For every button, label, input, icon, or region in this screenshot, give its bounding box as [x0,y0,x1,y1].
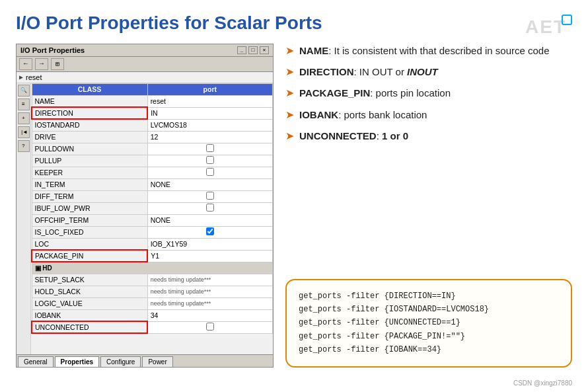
bullet-arrow-5: ➤ [285,129,294,143]
table-row: DIFF_TERM [32,190,273,202]
prop-value-logicvalue: needs timing update*** [147,297,272,309]
panel-title: I/O Port Properties [20,46,85,54]
header-value: port [147,83,272,95]
table-row: IN_TERM NONE [32,178,273,190]
logo-text: AET [525,17,566,38]
bullet-arrow-1: ➤ [285,44,294,58]
pulldown-checkbox[interactable] [206,144,214,152]
prop-name-setupslack: SETUP_SLACK [32,274,147,286]
prop-name-direction: DIRECTION [32,107,147,119]
pullup-checkbox[interactable] [206,156,214,164]
table-row: PULLUP [32,155,273,167]
header-class: CLASS [32,83,147,95]
prop-value-islocfixed[interactable] [147,226,272,238]
io-table-container: CLASS port NAME reset DIRECTION [31,83,273,354]
bullet-arrow-3: ➤ [285,86,294,100]
prop-value-keeper[interactable] [147,167,272,178]
panel-titlebar: I/O Port Properties _ □ ✕ [17,44,273,57]
bullet-text-unconnected: UNCONNECTED: 1 or 0 [299,129,408,143]
tree-label: reset [26,73,42,81]
logo-area: AET [519,12,572,42]
slide-title: I/O Port Properties for Scalar Ports [16,12,572,34]
sidebar-search-icon[interactable]: 🔍 [18,85,30,97]
io-body: 🔍 ≡ + |◀ ? CLASS port [17,83,273,354]
prop-name-pullup: PULLUP [32,155,147,167]
bullet-arrow-2: ➤ [285,65,294,79]
section-hd-label: ▣ HD [32,262,273,274]
bullet-text-iobank: IOBANK: ports bank location [299,108,427,122]
prop-value-interm[interactable]: NONE [147,178,272,190]
code-line-1: get_ports -filter {DIRECTION==IN} [299,290,559,303]
sidebar-add-icon[interactable]: + [18,112,30,124]
table-row: OFFCHIP_TERM NONE [32,214,273,226]
prop-value-direction[interactable]: IN [147,107,272,119]
table-row: DIRECTION IN [32,107,273,119]
bullet-item-direction: ➤ DIRECTION: IN OUT or INOUT [285,65,572,79]
table-row: UNCONNECTED [32,321,273,333]
io-properties-table: CLASS port NAME reset DIRECTION [31,83,273,334]
sidebar-help-icon[interactable]: ? [18,140,30,152]
bullet-item-unconnected: ➤ UNCONNECTED: 1 or 0 [285,129,572,143]
prop-name-interm: IN_TERM [32,178,147,190]
prop-value-name[interactable]: reset [147,95,272,107]
table-header-row: CLASS port [32,83,273,95]
ibuflowpwr-checkbox[interactable] [206,204,214,212]
prop-name-loc: LOC [32,238,147,250]
table-row: SETUP_SLACK needs timing update*** [32,274,273,286]
maximize-button[interactable]: □ [248,46,258,54]
prop-name-name: NAME [32,95,147,107]
prop-name-offchipterm: OFFCHIP_TERM [32,214,147,226]
code-line-5: get_ports -filter {IOBANK==34} [299,343,559,356]
keeper-checkbox[interactable] [206,168,214,176]
prop-value-pulldown[interactable] [147,143,272,155]
toolbar-forward-button[interactable]: → [35,58,48,70]
prop-value-drive[interactable]: 12 [147,131,272,143]
slide-container: I/O Port Properties for Scalar Ports AET… [0,0,588,392]
tab-power[interactable]: Power [142,356,172,367]
tab-configure[interactable]: Configure [100,356,141,367]
prop-name-drive: DRIVE [32,131,147,143]
prop-value-unconnected[interactable] [147,321,272,333]
io-port-panel: I/O Port Properties _ □ ✕ ← → ⊞ ▶ reset [16,44,274,368]
window-controls: _ □ ✕ [237,46,269,54]
code-line-3: get_ports -filter {UNCONNECTED==1} [299,316,559,329]
io-tabs: General Properties Configure Power [17,354,273,367]
right-panel: ➤ NAME: It is consistent with that descr… [285,44,572,368]
prop-value-setupslack: needs timing update*** [147,274,272,286]
table-row: PULLDOWN [32,143,273,155]
prop-value-iostandard[interactable]: LVCMOS18 [147,119,272,131]
code-line-2: get_ports -filter {IOSTANDARD==LVCMOS18} [299,303,559,316]
code-box: get_ports -filter {DIRECTION==IN} get_po… [285,279,572,368]
toolbar-back-button[interactable]: ← [19,58,32,70]
sidebar-nav-icon[interactable]: |◀ [18,126,30,138]
prop-value-packagepin[interactable]: Y1 [147,250,272,262]
bullet-item-iobank: ➤ IOBANK: ports bank location [285,108,572,122]
table-row: DRIVE 12 [32,131,273,143]
prop-name-ibuflowpwr: IBUF_LOW_PWR [32,202,147,214]
table-row: NAME reset [32,95,273,107]
unconnected-checkbox[interactable] [206,323,214,331]
islocfixed-checkbox[interactable] [206,227,214,235]
io-toolbar: ← → ⊞ [17,57,273,72]
prop-value-ibuflowpwr[interactable] [147,202,272,214]
table-section-hd: ▣ HD [32,262,273,274]
prop-value-pullup[interactable] [147,155,272,167]
sidebar-filter-icon[interactable]: ≡ [18,98,30,110]
prop-value-holdslack: needs timing update*** [147,286,272,297]
tab-general[interactable]: General [18,356,54,367]
prop-value-offchipterm[interactable]: NONE [147,214,272,226]
minimize-button[interactable]: _ [237,46,246,54]
prop-name-keeper: KEEPER [32,167,147,178]
close-button[interactable]: ✕ [260,46,269,54]
tab-properties[interactable]: Properties [55,356,99,367]
prop-name-diffterm: DIFF_TERM [32,190,147,202]
prop-value-diffterm[interactable] [147,190,272,202]
toolbar-action-button[interactable]: ⊞ [51,58,64,70]
main-content: I/O Port Properties _ □ ✕ ← → ⊞ ▶ reset [16,44,572,368]
prop-value-iobank[interactable]: 34 [147,309,272,321]
bullet-text-packagepin: PACKAGE_PIN: ports pin location [299,86,451,100]
diffterm-checkbox[interactable] [206,192,214,200]
prop-name-islocfixed: IS_LOC_FIXED [32,226,147,238]
bullet-text-direction: DIRECTION: IN OUT or INOUT [299,65,438,79]
prop-value-loc[interactable]: IOB_X1Y59 [147,238,272,250]
